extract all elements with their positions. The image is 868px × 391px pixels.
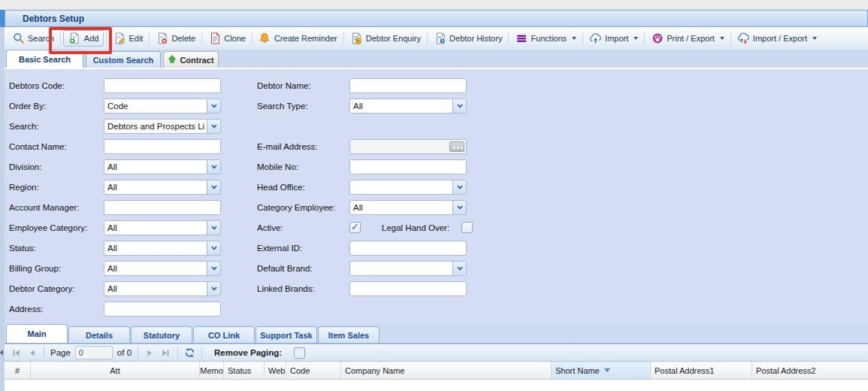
form-column-left: Debtors Code: Order By: Code Search: Deb… xyxy=(9,75,221,319)
category-employee-select[interactable]: All xyxy=(349,200,467,215)
cloud-sync-icon xyxy=(737,32,750,44)
chevron-down-icon[interactable] xyxy=(452,180,466,194)
field-label: Billing Group: xyxy=(9,264,104,273)
employee-category-select[interactable]: All xyxy=(104,220,221,235)
chevron-down-icon[interactable] xyxy=(452,201,466,214)
linked-brands-input[interactable] xyxy=(349,281,467,296)
chevron-down-icon[interactable] xyxy=(207,241,220,255)
refresh-icon[interactable] xyxy=(184,347,195,359)
column-header-postal-address1[interactable]: Postal Address1 xyxy=(651,362,752,379)
column-header-web[interactable]: Web: xyxy=(265,362,286,379)
add-button[interactable]: Add xyxy=(63,30,104,47)
chevron-down-icon[interactable] xyxy=(207,282,220,296)
legal-hand-over-checkbox[interactable] xyxy=(461,222,473,233)
tab-contract[interactable]: Contract xyxy=(163,51,219,68)
functions-menu-button[interactable]: Functions xyxy=(511,30,580,47)
field-label: Status: xyxy=(9,244,104,253)
previous-page-button[interactable] xyxy=(26,347,38,359)
order-by-select[interactable]: Code xyxy=(104,99,221,114)
chevron-down-icon[interactable] xyxy=(207,221,220,235)
field-label: Contact Name: xyxy=(9,142,104,151)
tab-custom-search[interactable]: Custom Search xyxy=(86,51,161,68)
chevron-down-icon[interactable] xyxy=(207,180,220,194)
import-export-menu-button[interactable]: Import / Export xyxy=(733,30,821,47)
email-browse-button[interactable] xyxy=(449,141,464,152)
menu-icon xyxy=(515,32,528,44)
toolbar-separator xyxy=(106,32,107,45)
tab-main[interactable]: Main xyxy=(6,324,68,343)
address-input[interactable] xyxy=(104,302,221,317)
chevron-down-icon[interactable] xyxy=(207,160,220,174)
grid-body-empty[interactable] xyxy=(5,380,868,391)
mobile-no-input[interactable] xyxy=(349,159,467,174)
tab-label: CO Link xyxy=(208,331,240,340)
ellipsis-icon xyxy=(453,147,455,149)
chevron-down-icon[interactable] xyxy=(207,99,220,113)
search-type-select[interactable]: All xyxy=(349,99,467,114)
column-header-short-name[interactable]: Short Name xyxy=(552,362,651,379)
toolbar-separator xyxy=(427,32,428,45)
debtor-enquiry-button[interactable]: Debtor Enquiry xyxy=(346,30,425,47)
toolbar-separator xyxy=(60,32,61,45)
field-label: Legal Hand Over: xyxy=(382,223,449,232)
next-page-button[interactable] xyxy=(144,347,156,359)
delete-icon xyxy=(156,32,168,44)
debtors-setup-window: Debtors Setup Search Add Edit xyxy=(0,0,868,391)
tab-label: Main xyxy=(27,329,46,338)
column-header-number[interactable]: # xyxy=(5,362,31,379)
external-id-input[interactable] xyxy=(349,241,467,256)
field-label: Order By: xyxy=(9,102,104,111)
button-label: Add xyxy=(84,34,99,43)
account-manager-input[interactable] xyxy=(104,200,221,215)
email-address-input[interactable] xyxy=(349,139,467,154)
chevron-down-icon[interactable] xyxy=(207,120,220,133)
form-column-right: Debtor Name: Search Type: All E-mail Add… xyxy=(257,75,473,299)
button-label: Search xyxy=(28,34,54,43)
column-header-postal-address2[interactable]: Postal Address2 xyxy=(752,362,868,379)
edit-button[interactable]: Edit xyxy=(109,30,147,47)
clone-button[interactable]: Clone xyxy=(204,30,250,47)
tab-statutory[interactable]: Statutory xyxy=(131,326,192,343)
search-select[interactable]: Debtors and Prospects Li xyxy=(104,119,221,134)
last-page-button[interactable] xyxy=(160,347,171,359)
tab-item-sales[interactable]: Item Sales xyxy=(318,326,380,343)
billing-group-select[interactable]: All xyxy=(104,261,221,276)
delete-button[interactable]: Delete xyxy=(152,30,199,47)
tab-basic-search[interactable]: Basic Search xyxy=(6,50,83,68)
region-select[interactable]: All xyxy=(104,180,221,195)
tab-co-link[interactable]: CO Link xyxy=(193,326,255,343)
tab-details[interactable]: Details xyxy=(68,326,130,343)
remove-paging-checkbox[interactable] xyxy=(294,347,305,359)
first-page-button[interactable] xyxy=(11,347,22,359)
tab-label: Support Task xyxy=(260,331,312,340)
debtor-name-input[interactable] xyxy=(349,78,467,93)
column-header-status[interactable]: Status xyxy=(224,362,265,379)
search-button[interactable]: Search xyxy=(8,30,58,47)
field-label: Mobile No: xyxy=(257,162,349,171)
default-brand-select[interactable] xyxy=(349,261,467,276)
contact-name-input[interactable] xyxy=(104,139,221,154)
debtor-history-button[interactable]: Debtor History xyxy=(430,30,506,47)
toolbar-separator xyxy=(149,32,150,45)
active-checkbox[interactable] xyxy=(349,222,361,233)
column-header-memo[interactable]: Memo xyxy=(200,362,224,379)
page-number-input[interactable] xyxy=(75,346,113,359)
head-office-select[interactable] xyxy=(349,180,467,195)
import-menu-button[interactable]: Import xyxy=(585,30,642,47)
division-select[interactable]: All xyxy=(104,159,221,174)
debtor-category-select[interactable]: All xyxy=(104,281,221,296)
create-reminder-button[interactable]: Create Reminder xyxy=(255,30,341,47)
chevron-down-icon[interactable] xyxy=(452,262,466,275)
tab-support-task[interactable]: Support Task xyxy=(256,326,317,343)
paging-toolbar: Page of 0 Remove Paging: xyxy=(5,344,868,362)
chevron-down-icon[interactable] xyxy=(452,99,466,113)
toolbar-separator xyxy=(582,32,583,45)
column-header-company-name[interactable]: Company Name xyxy=(341,362,552,379)
status-select[interactable]: All xyxy=(104,241,221,256)
column-header-att[interactable]: Att xyxy=(31,362,200,379)
debtors-code-input[interactable] xyxy=(104,78,221,93)
collapse-left-icon[interactable] xyxy=(0,350,3,356)
print-export-menu-button[interactable]: Print / Export xyxy=(647,30,728,47)
column-header-code[interactable]: Code xyxy=(286,362,341,379)
chevron-down-icon[interactable] xyxy=(207,262,220,275)
